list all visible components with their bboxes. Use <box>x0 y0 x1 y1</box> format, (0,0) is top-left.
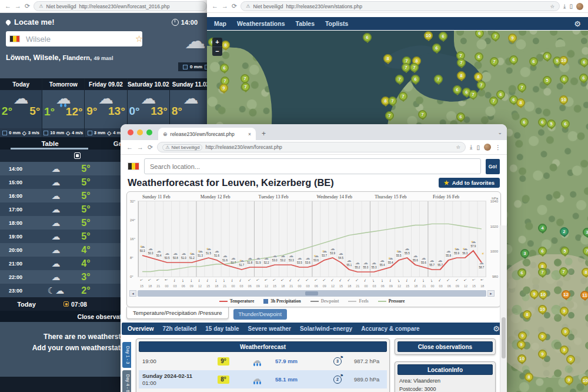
station-marker[interactable]: 9 <box>560 307 569 315</box>
checkbox-icon[interactable] <box>44 131 48 135</box>
tab-search-chevron-icon[interactable]: ⌄ <box>497 129 502 135</box>
reload-icon[interactable]: ⟳ <box>25 3 30 9</box>
close-window-button[interactable] <box>128 129 133 135</box>
station-marker[interactable]: 9 <box>508 34 517 42</box>
chart-scrollbar[interactable]: ◂ ▸ <box>138 290 486 297</box>
station-marker[interactable]: 7 <box>583 247 588 255</box>
station-marker[interactable]: 6 <box>538 118 547 127</box>
window-controls[interactable] <box>128 129 152 135</box>
tab-temperature-precipitation-pressure[interactable]: Temperature/Precipitation /Pressure <box>126 307 229 319</box>
station-marker[interactable]: 8 <box>457 71 466 80</box>
checkbox-icon[interactable] <box>183 65 188 69</box>
station-marker[interactable]: 10 <box>517 354 526 363</box>
profile-avatar[interactable] <box>484 144 491 151</box>
station-marker[interactable]: 9 <box>538 332 547 341</box>
zoom-out-button[interactable]: − <box>212 47 222 56</box>
station-marker[interactable]: 8 <box>524 373 533 381</box>
station-marker[interactable]: 10 <box>424 31 433 40</box>
day-tab[interactable]: Tomorrow☁1°12°10 mm◇4 m/s <box>42 79 84 137</box>
menu-item-tables[interactable]: Tables <box>296 20 315 27</box>
station-marker[interactable]: 8 <box>383 54 392 63</box>
station-marker[interactable]: 9 <box>517 340 526 349</box>
station-marker[interactable]: 9 <box>561 327 570 336</box>
gear-icon[interactable]: ⚙ <box>493 324 500 333</box>
forecast-row[interactable]: 07:008°☁58.7 mm2⚑990.1 hPa <box>139 388 387 392</box>
station-marker[interactable]: 7 <box>489 97 498 105</box>
scroll-left-icon[interactable]: ◂ <box>129 290 136 297</box>
station-marker[interactable]: 8 <box>516 98 525 107</box>
station-marker[interactable]: 6 <box>529 57 538 66</box>
tab-table[interactable]: Table <box>0 140 100 147</box>
reload-icon[interactable]: ⟳ <box>148 144 153 151</box>
security-chip[interactable]: ⚠ Niet beveiligd <box>162 144 202 151</box>
station-marker[interactable]: 4 <box>538 224 547 232</box>
forward-icon[interactable]: → <box>222 3 228 9</box>
checkbox-icon[interactable] <box>88 131 92 135</box>
station-marker[interactable]: 9 <box>566 355 575 364</box>
station-marker[interactable]: 6 <box>560 75 569 84</box>
station-marker[interactable]: 7 <box>517 83 526 92</box>
address-bar[interactable]: ⚠ Niet beveiligd http://release230/ewn/s… <box>240 1 560 11</box>
station-marker[interactable]: 6 <box>543 52 552 61</box>
menu-item-toplists[interactable]: Toplists <box>325 20 348 27</box>
station-marker[interactable]: 10 <box>559 56 568 65</box>
address-bar[interactable]: ⚠ Niet beveiligd http://release230/ewn/f… <box>157 142 466 152</box>
station-marker[interactable]: 11 <box>580 291 588 300</box>
tab-thunder-dewpoint[interactable]: Thunder/Dewpoint <box>233 309 288 320</box>
station-marker[interactable]: 9 <box>219 84 228 92</box>
favorite-star-icon[interactable]: ☆ <box>135 34 143 44</box>
station-marker[interactable]: 7 <box>395 75 404 84</box>
location-search-input[interactable] <box>25 34 131 44</box>
bookmark-star-icon[interactable]: ☆ <box>550 4 554 9</box>
station-marker[interactable]: 10 <box>539 290 547 299</box>
locate-me-button[interactable]: Locate me! <box>6 18 55 26</box>
station-marker[interactable]: 10 <box>581 376 588 385</box>
station-marker[interactable]: 7 <box>388 97 397 105</box>
station-marker[interactable]: 6 <box>520 118 529 127</box>
station-marker[interactable]: 7 <box>434 75 443 84</box>
station-marker[interactable]: 6 <box>453 85 462 94</box>
station-marker[interactable]: 6 <box>220 64 229 72</box>
share-icon[interactable]: ⤓ <box>470 144 472 151</box>
station-marker[interactable]: 7 <box>491 32 500 41</box>
station-marker[interactable]: 6 <box>363 33 372 42</box>
forward-icon[interactable]: → <box>137 144 143 151</box>
station-marker[interactable]: 6 <box>538 247 547 255</box>
station-marker[interactable]: 7 <box>418 110 427 119</box>
station-marker[interactable]: 3 <box>520 249 529 258</box>
share-icon[interactable]: ⤓ <box>563 3 566 10</box>
scrollbar-thumb[interactable] <box>502 317 506 358</box>
station-marker[interactable]: 8 <box>523 310 532 319</box>
station-marker[interactable]: 9 <box>564 376 573 384</box>
station-marker[interactable]: 7 <box>559 267 568 276</box>
back-icon[interactable]: ← <box>5 3 11 9</box>
sidepanel-icon[interactable]: ▯ <box>476 144 480 151</box>
forward-icon[interactable]: → <box>15 3 21 9</box>
gear-icon[interactable]: ⚙ <box>574 19 581 28</box>
back-icon[interactable]: ← <box>126 144 133 151</box>
station-marker[interactable]: 6 <box>432 44 441 52</box>
go-button[interactable]: Go! <box>486 159 500 174</box>
nav-overview[interactable]: Overview <box>128 325 153 332</box>
reload-icon[interactable]: ⟳ <box>232 3 237 9</box>
address-bar[interactable]: ⚠ Niet beveiligd http://release230/ewn/f… <box>34 1 207 11</box>
station-marker[interactable]: 8 <box>474 72 483 81</box>
close-observations-button[interactable]: Close observations <box>397 341 493 352</box>
zoom-in-button[interactable]: + <box>212 38 222 47</box>
station-marker[interactable]: 6 <box>579 74 588 82</box>
station-marker[interactable]: 6 <box>456 112 465 121</box>
location-search[interactable]: ☆ <box>6 31 142 46</box>
profile-avatar[interactable] <box>576 3 583 10</box>
station-marker[interactable]: 12 <box>562 290 570 299</box>
station-marker[interactable]: 9 <box>530 290 539 298</box>
bookmark-star-icon[interactable]: ☆ <box>456 144 460 150</box>
station-marker[interactable]: 7 <box>538 268 547 277</box>
checkbox-icon[interactable] <box>2 131 7 135</box>
station-marker[interactable]: 10 <box>538 305 547 314</box>
station-marker[interactable]: 7 <box>477 81 486 89</box>
nav-severe-weather[interactable]: Severe weather <box>248 325 291 332</box>
minimize-window-button[interactable] <box>137 129 143 135</box>
station-marker[interactable]: 6 <box>517 268 526 277</box>
tab-day-4-6[interactable]: Day 4 - 6 <box>122 370 131 392</box>
station-marker[interactable]: 7 <box>241 82 250 91</box>
